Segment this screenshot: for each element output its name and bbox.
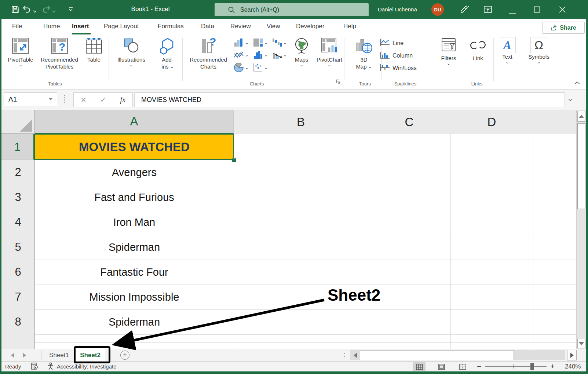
cell-A6[interactable]: Fantastic Four: [35, 260, 233, 285]
zoom-slider-track[interactable]: [485, 366, 547, 367]
tab-page-layout[interactable]: Page Layout: [104, 19, 139, 34]
recommended-charts-button[interactable]: ? Recommended Charts: [185, 37, 231, 70]
insert-waterfall-chart-button[interactable]: ⌄: [272, 38, 287, 47]
row-header-7[interactable]: 7: [1, 285, 35, 310]
insert-scatter-chart-button[interactable]: ⌄: [253, 63, 268, 72]
maps-button[interactable]: Maps ⌄: [290, 37, 313, 67]
add-ins-button[interactable]: Add- ins ⌄: [155, 37, 180, 70]
user-name[interactable]: Daniel Uchenna: [378, 6, 417, 12]
scroll-up-button[interactable]: [577, 111, 585, 122]
view-page-break-button[interactable]: [456, 362, 469, 371]
column-header-a[interactable]: A: [35, 110, 234, 134]
sheet-tab-sheet1[interactable]: Sheet1: [46, 349, 72, 361]
redo-icon[interactable]: [41, 5, 51, 15]
close-button[interactable]: [559, 6, 566, 14]
zoom-out-icon[interactable]: −: [475, 363, 483, 370]
cell-A4[interactable]: Iron Man: [35, 210, 233, 235]
scroll-down-button[interactable]: [577, 339, 585, 348]
redo-dropdown-icon[interactable]: [52, 8, 56, 15]
sheet-nav-next-icon[interactable]: [23, 353, 26, 358]
tab-insert[interactable]: Insert: [72, 19, 89, 34]
new-sheet-button[interactable]: +: [120, 351, 129, 360]
row-header-3[interactable]: 3: [1, 185, 35, 210]
cell-A3[interactable]: Fast and Furious: [35, 185, 233, 210]
table-button[interactable]: Table: [82, 37, 106, 63]
link-button[interactable]: Link: [467, 37, 489, 62]
quick-access-toolbar-icon[interactable]: [68, 7, 74, 13]
text-button[interactable]: A Text ⌄: [496, 37, 519, 64]
column-header-e-partial[interactable]: [533, 110, 577, 134]
charts-dialog-launcher-icon[interactable]: [336, 79, 340, 85]
row-header-1[interactable]: 1: [1, 134, 34, 160]
sheet-nav-prev-icon[interactable]: [11, 353, 14, 358]
column-header-d[interactable]: D: [450, 110, 533, 134]
undo-dropdown-icon[interactable]: [33, 8, 37, 15]
cell-A7[interactable]: Mission Impossible: [35, 285, 233, 309]
minimize-button[interactable]: [509, 9, 516, 15]
filters-button[interactable]: Filters ⌄: [436, 37, 461, 65]
tab-strip-splitter[interactable]: [344, 353, 345, 357]
row-header-4[interactable]: 4: [1, 210, 35, 235]
column-header-c[interactable]: C: [368, 110, 451, 134]
scroll-left-button[interactable]: [351, 351, 359, 359]
insert-column-chart-button[interactable]: ⌄: [234, 38, 249, 47]
undo-icon[interactable]: [22, 5, 32, 15]
ribbon-display-options-icon[interactable]: [483, 6, 492, 15]
cell-A2[interactable]: Avengers: [35, 160, 233, 185]
maximize-button[interactable]: [534, 6, 540, 14]
coming-soon-megaphone-icon[interactable]: [460, 5, 469, 16]
enter-icon[interactable]: ✓: [100, 95, 106, 104]
share-button[interactable]: Share: [542, 22, 585, 34]
tab-formulas[interactable]: Formulas: [158, 19, 184, 34]
3d-map-button[interactable]: 3D Map ⌄: [348, 37, 380, 70]
status-accessibility[interactable]: Accessibility: Investigate: [57, 363, 117, 370]
recommended-pivottables-button[interactable]: ? Recommended PivotTables: [38, 37, 81, 70]
tab-home[interactable]: Home: [43, 19, 60, 34]
view-page-layout-button[interactable]: [435, 362, 448, 371]
tab-data[interactable]: Data: [201, 19, 214, 34]
sparkline-winloss-button[interactable]: Win/Loss: [380, 63, 417, 73]
sparkline-column-button[interactable]: Column: [380, 51, 413, 60]
tab-review[interactable]: Review: [230, 19, 251, 34]
symbols-button[interactable]: Ω Symbols ⌄: [524, 37, 554, 64]
vertical-scrollbar[interactable]: [576, 110, 586, 349]
select-all-corner[interactable]: [1, 110, 35, 134]
zoom-level[interactable]: 240%: [565, 363, 581, 370]
illustrations-button[interactable]: Illustrations ⌄: [112, 37, 151, 67]
tab-help[interactable]: Help: [343, 19, 356, 34]
tab-view[interactable]: View: [267, 19, 280, 34]
row-header-6[interactable]: 6: [1, 260, 35, 285]
formula-input[interactable]: MOVIES WATCHED: [134, 92, 565, 107]
column-header-b[interactable]: B: [234, 110, 368, 134]
insert-function-icon[interactable]: fx: [120, 95, 125, 104]
pivottable-button[interactable]: PivotTable ⌄: [4, 37, 37, 67]
horizontal-scrollbar[interactable]: [350, 350, 565, 360]
zoom-slider-thumb[interactable]: [530, 363, 534, 370]
macro-record-icon[interactable]: [31, 363, 38, 371]
cell-A8[interactable]: Spiderman: [35, 309, 233, 334]
zoom-in-icon[interactable]: +: [549, 363, 556, 370]
row-header-8[interactable]: 8: [1, 309, 35, 335]
row-header-2[interactable]: 2: [1, 160, 35, 185]
insert-hierarchy-chart-button[interactable]: ⌄: [253, 38, 268, 47]
tab-developer[interactable]: Developer: [296, 19, 325, 34]
cancel-icon[interactable]: ✕: [81, 96, 87, 104]
tab-file[interactable]: File: [12, 19, 22, 34]
insert-line-chart-button[interactable]: ⌄: [234, 50, 249, 60]
accessibility-icon[interactable]: [47, 362, 54, 371]
name-box[interactable]: A1: [4, 92, 57, 106]
scroll-right-button[interactable]: [567, 350, 577, 360]
avatar[interactable]: DU: [431, 3, 444, 16]
cell-A1[interactable]: MOVIES WATCHED: [35, 134, 233, 160]
insert-statistic-chart-button[interactable]: ⌄: [253, 50, 268, 60]
cell-A5[interactable]: Spiderman: [35, 235, 233, 260]
vertical-scroll-thumb[interactable]: [577, 123, 585, 209]
row-header-9-partial[interactable]: [1, 334, 35, 349]
insert-pie-chart-button[interactable]: ⌄: [234, 63, 249, 72]
name-box-dropdown-icon[interactable]: [49, 98, 52, 100]
formula-bar-separator[interactable]: [64, 95, 65, 103]
collapse-ribbon-icon[interactable]: [574, 80, 580, 86]
pivotchart-button[interactable]: PivotChart ⌄: [313, 37, 346, 67]
insert-combo-chart-button[interactable]: ⌄: [272, 50, 287, 60]
save-icon[interactable]: [11, 5, 19, 15]
